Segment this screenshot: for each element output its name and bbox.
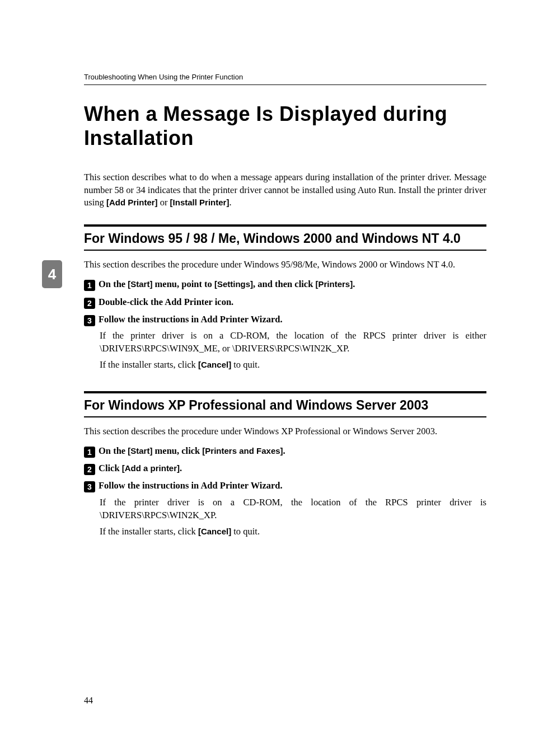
step-number-icon: 1 bbox=[84, 447, 95, 458]
add-a-printer-label: [Add a printer] bbox=[122, 463, 180, 473]
step3-body: If the printer driver is on a CD-ROM, th… bbox=[100, 329, 486, 371]
s2-step2-text: Click [Add a printer]. bbox=[99, 462, 182, 475]
s2-step3-body-line1: If the printer driver is on a CD-ROM, th… bbox=[100, 496, 486, 522]
add-printer-label: [Add Printer] bbox=[106, 198, 158, 207]
s2s1-t2: menu, click bbox=[152, 445, 202, 456]
s1s1-t1: On the bbox=[99, 279, 128, 289]
intro-text-3: . bbox=[229, 197, 231, 208]
header-breadcrumb: Troubleshooting When Using the Printer F… bbox=[84, 73, 486, 85]
s2-step3-body-line2: If the installer starts, click [Cancel] … bbox=[100, 525, 486, 538]
page-number: 44 bbox=[84, 696, 93, 706]
chapter-tab: 4 bbox=[42, 260, 62, 288]
s2-step1-text: On the [Start] menu, click [Printers and… bbox=[99, 444, 285, 457]
intro-text-2: or bbox=[158, 197, 170, 208]
s2s1-t1: On the bbox=[99, 445, 128, 456]
step-number-icon: 2 bbox=[84, 298, 95, 309]
s1s1-t4: . bbox=[353, 279, 355, 289]
s2s3-b2b: to quit. bbox=[231, 526, 260, 537]
section-heading-win9598: For Windows 95 / 98 / Me, Windows 2000 a… bbox=[84, 224, 486, 251]
s2s1-t3: . bbox=[283, 445, 285, 456]
s1s3-b2a: If the installer starts, click bbox=[100, 359, 198, 370]
page-content: Troubleshooting When Using the Printer F… bbox=[0, 0, 534, 538]
s2-step3-text: Follow the instructions in Add Printer W… bbox=[99, 479, 283, 492]
step1-text: On the [Start] menu, point to [Settings]… bbox=[99, 278, 355, 290]
s1s3-b2b: to quit. bbox=[231, 359, 260, 370]
s1s1-t3: , and then click bbox=[253, 279, 315, 289]
section2-intro: This section describes the procedure und… bbox=[84, 425, 486, 438]
printers-faxes-label: [Printers and Faxes] bbox=[202, 446, 283, 456]
cancel-label: [Cancel] bbox=[198, 360, 231, 369]
section1-step3: 3 Follow the instructions in Add Printer… bbox=[84, 313, 486, 371]
step-number-icon: 2 bbox=[84, 464, 95, 475]
intro-paragraph: This section describes what to do when a… bbox=[84, 171, 486, 209]
start-menu-label: [Start] bbox=[128, 279, 152, 289]
step2-text: Double-click the Add Printer icon. bbox=[99, 295, 233, 308]
step-number-icon: 3 bbox=[84, 315, 95, 326]
step3-body-line1: If the printer driver is on a CD-ROM, th… bbox=[100, 329, 486, 355]
section1-intro: This section describes the procedure und… bbox=[84, 259, 486, 271]
start-menu-label: [Start] bbox=[128, 446, 152, 456]
step3-body-line2: If the installer starts, click [Cancel] … bbox=[100, 358, 486, 371]
section2-step2: 2 Click [Add a printer]. bbox=[84, 462, 486, 475]
step3-text: Follow the instructions in Add Printer W… bbox=[99, 313, 283, 326]
s2s2-t2: . bbox=[180, 463, 182, 473]
step-number-icon: 1 bbox=[84, 280, 95, 291]
printers-label: [Printers] bbox=[316, 279, 353, 289]
section1-step1: 1 On the [Start] menu, point to [Setting… bbox=[84, 278, 486, 290]
install-printer-label: [Install Printer] bbox=[170, 198, 229, 207]
s2s3-b2a: If the installer starts, click bbox=[100, 526, 198, 537]
cancel-label: [Cancel] bbox=[198, 527, 231, 536]
s1s1-t2: menu, point to bbox=[152, 279, 214, 289]
settings-label: [Settings] bbox=[214, 279, 253, 289]
page-title: When a Message Is Displayed during Insta… bbox=[84, 102, 486, 150]
section2-step1: 1 On the [Start] menu, click [Printers a… bbox=[84, 444, 486, 457]
s2s2-t1: Click bbox=[99, 463, 122, 473]
step-number-icon: 3 bbox=[84, 481, 95, 492]
section-heading-winxp: For Windows XP Professional and Windows … bbox=[84, 391, 486, 417]
section2-step3: 3 Follow the instructions in Add Printer… bbox=[84, 479, 486, 537]
section1-step2: 2 Double-click the Add Printer icon. bbox=[84, 295, 486, 308]
s2-step3-body: If the printer driver is on a CD-ROM, th… bbox=[100, 496, 486, 538]
